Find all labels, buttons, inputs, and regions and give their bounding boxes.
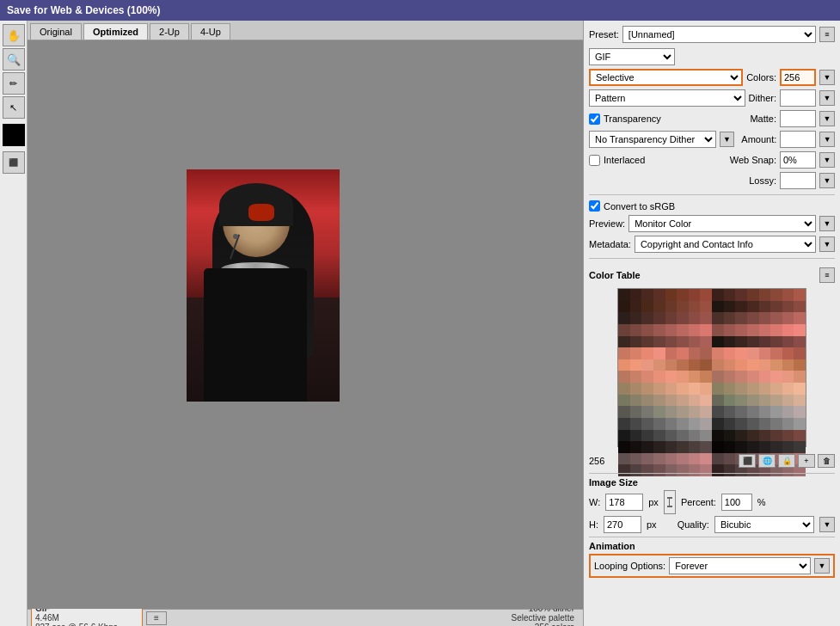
convert-srgb-checkbox[interactable] <box>589 200 600 212</box>
color-cell-130[interactable] <box>641 383 653 395</box>
color-cell-20[interactable] <box>665 301 678 313</box>
color-cell-127[interactable] <box>794 371 806 383</box>
color-cell-66[interactable] <box>641 336 653 348</box>
color-cell-85[interactable] <box>677 347 689 359</box>
preview-btn[interactable]: ⬛ <box>3 151 25 174</box>
color-cell-55[interactable] <box>700 324 712 336</box>
color-cell-154[interactable] <box>735 395 747 407</box>
color-cell-205[interactable] <box>770 430 782 442</box>
color-cell-171[interactable] <box>747 406 759 418</box>
color-cell-195[interactable] <box>653 430 665 442</box>
color-cell-119[interactable] <box>700 371 712 383</box>
color-cell-136[interactable] <box>712 383 724 395</box>
color-cell-108[interactable] <box>759 359 771 371</box>
tab-original[interactable]: Original <box>30 23 82 40</box>
color-cell-189[interactable] <box>770 418 782 430</box>
color-cell-191[interactable] <box>794 418 806 430</box>
color-cell-186[interactable] <box>735 418 747 430</box>
color-cell-48[interactable] <box>618 324 630 336</box>
color-cell-165[interactable] <box>677 406 689 418</box>
color-cell-90[interactable] <box>735 347 747 359</box>
color-cell-168[interactable] <box>712 406 724 418</box>
color-cell-133[interactable] <box>677 383 689 395</box>
color-cell-160[interactable] <box>618 406 630 418</box>
color-cell-138[interactable] <box>735 383 747 395</box>
color-cell-91[interactable] <box>747 347 759 359</box>
color-cell-21[interactable] <box>677 301 689 313</box>
ct-del-btn[interactable]: 🗑 <box>818 454 835 468</box>
color-cell-106[interactable] <box>735 359 747 371</box>
color-cell-28[interactable] <box>759 301 771 313</box>
color-cell-37[interactable] <box>677 312 689 324</box>
color-cell-145[interactable] <box>630 395 642 407</box>
color-cell-101[interactable] <box>677 359 689 371</box>
ct-map-btn[interactable]: ⬛ <box>739 454 756 468</box>
color-cell-76[interactable] <box>759 336 771 348</box>
color-cell-135[interactable] <box>700 383 712 395</box>
color-cell-64[interactable] <box>618 336 630 348</box>
color-cell-14[interactable] <box>782 289 794 301</box>
color-cell-218[interactable] <box>735 441 747 453</box>
color-cell-167[interactable] <box>700 406 712 418</box>
color-cell-211[interactable] <box>653 441 665 453</box>
color-cell-71[interactable] <box>700 336 712 348</box>
color-cell-22[interactable] <box>689 301 701 313</box>
color-cell-35[interactable] <box>653 312 665 324</box>
color-cell-139[interactable] <box>747 383 759 395</box>
color-cell-121[interactable] <box>724 371 736 383</box>
color-cell-32[interactable] <box>618 312 630 324</box>
color-cell-210[interactable] <box>641 441 653 453</box>
color-cell-109[interactable] <box>770 359 782 371</box>
select-tool-btn[interactable]: ↖ <box>3 96 25 119</box>
color-cell-184[interactable] <box>712 418 724 430</box>
color-cell-58[interactable] <box>735 324 747 336</box>
color-cell-15[interactable] <box>794 289 806 301</box>
color-cell-202[interactable] <box>735 430 747 442</box>
color-cell-96[interactable] <box>618 359 630 371</box>
color-cell-62[interactable] <box>782 324 794 336</box>
colors-dropdown-btn[interactable]: ▼ <box>819 70 835 85</box>
color-cell-7[interactable] <box>700 289 712 301</box>
dither-algo-select[interactable]: Pattern <box>589 89 745 107</box>
color-reduction-select[interactable]: Selective <box>589 69 743 86</box>
color-cell-220[interactable] <box>759 441 771 453</box>
color-cell-78[interactable] <box>782 336 794 348</box>
color-cell-6[interactable] <box>689 289 701 301</box>
height-input[interactable] <box>604 516 641 533</box>
color-cell-182[interactable] <box>689 418 701 430</box>
color-cell-115[interactable] <box>653 371 665 383</box>
color-cell-88[interactable] <box>712 347 724 359</box>
color-cell-50[interactable] <box>641 324 653 336</box>
color-cell-177[interactable] <box>630 418 642 430</box>
color-cell-122[interactable] <box>735 371 747 383</box>
color-cell-97[interactable] <box>630 359 642 371</box>
color-cell-10[interactable] <box>735 289 747 301</box>
looping-dropdown[interactable]: ▼ <box>814 558 830 574</box>
color-cell-65[interactable] <box>630 336 642 348</box>
color-cell-102[interactable] <box>689 359 701 371</box>
color-cell-18[interactable] <box>641 301 653 313</box>
preview-select[interactable]: Monitor Color <box>628 215 816 232</box>
color-cell-185[interactable] <box>724 418 736 430</box>
color-cell-54[interactable] <box>689 324 701 336</box>
color-cell-44[interactable] <box>759 312 771 324</box>
color-cell-1[interactable] <box>630 289 642 301</box>
color-cell-67[interactable] <box>653 336 665 348</box>
color-cell-3[interactable] <box>653 289 665 301</box>
color-cell-25[interactable] <box>724 301 736 313</box>
color-cell-151[interactable] <box>700 395 712 407</box>
matte-input[interactable] <box>780 110 816 127</box>
color-cell-216[interactable] <box>712 441 724 453</box>
color-cell-208[interactable] <box>618 441 630 453</box>
color-cell-153[interactable] <box>724 395 736 407</box>
color-cell-13[interactable] <box>770 289 782 301</box>
color-cell-141[interactable] <box>770 383 782 395</box>
color-cell-99[interactable] <box>653 359 665 371</box>
amount-input[interactable] <box>780 131 816 148</box>
color-cell-183[interactable] <box>700 418 712 430</box>
color-cell-110[interactable] <box>782 359 794 371</box>
color-cell-103[interactable] <box>700 359 712 371</box>
preset-select[interactable]: [Unnamed] <box>622 26 816 43</box>
colors-input[interactable] <box>780 69 816 86</box>
eyedropper-tool-btn[interactable]: ✏ <box>3 72 25 95</box>
